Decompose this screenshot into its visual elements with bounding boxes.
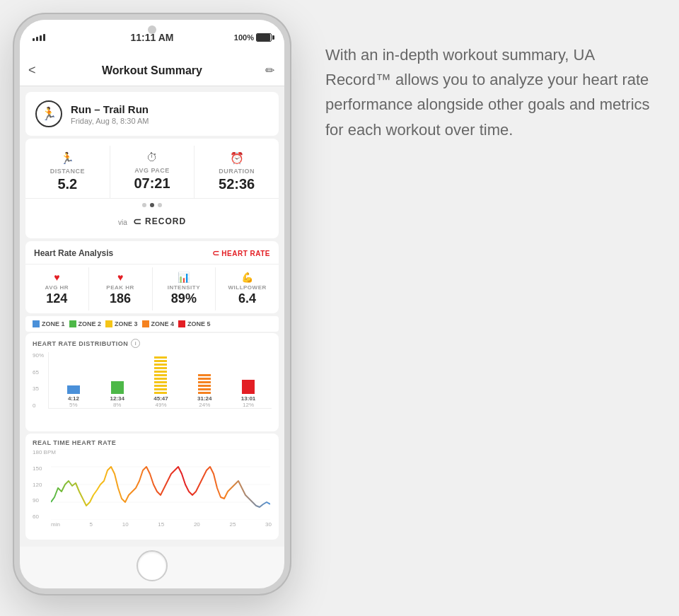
- bar-zone2-segment: [111, 381, 124, 394]
- rt-x-labels: min 5 10 15 20 25 30: [33, 521, 272, 528]
- bar-zone3-time: 45:47: [153, 395, 168, 402]
- zone-1-color: [33, 320, 40, 327]
- pace-label: AVG PACE: [113, 167, 192, 174]
- peak-hr-value: 186: [92, 291, 149, 306]
- bar-zone2-pct: 8%: [113, 402, 122, 408]
- zone-4-color: [142, 320, 149, 327]
- zone-3-label: ZONE 3: [115, 320, 138, 327]
- distance-value: 5.2: [28, 176, 107, 192]
- hr-logo-text: HEART RATE: [221, 250, 270, 257]
- y-label-65: 65: [33, 369, 44, 376]
- peak-hr-label: PEAK HR: [92, 284, 149, 291]
- rt-y-180: 180 BPM: [33, 449, 56, 455]
- stat-duration: ⏰ DURATION 52:36: [195, 146, 279, 198]
- willpower-icon: 💪: [219, 272, 276, 283]
- hr-willpower: 💪 WILLPOWER 6.4: [216, 267, 279, 310]
- bar-zone1-segment: [67, 385, 80, 394]
- rt-hr-title: REAL TIME HEART RATE: [33, 439, 272, 446]
- zone-2-label: ZONE 2: [79, 320, 102, 327]
- hr-avg: ♥ AVG HR 124: [25, 267, 89, 310]
- hr-peak: ♥ PEAK HR 186: [89, 267, 153, 310]
- rt-hr-svg: [51, 449, 270, 520]
- edit-button[interactable]: ✏: [265, 64, 274, 77]
- activity-card: 🏃 Run – Trail Run Friday, Aug 8, 8:30 AM: [25, 92, 279, 136]
- app-screen: < Workout Summary ✏ 🏃 Run – Trail Run Fr…: [20, 55, 284, 547]
- chart-y-labels: 90% 65 35 0: [33, 352, 44, 409]
- bar-zone1: 4:12 5%: [53, 385, 94, 408]
- duration-icon: ⏰: [197, 151, 276, 165]
- chart-bars: 4:12 5% 12:34 8%: [48, 352, 272, 409]
- activity-date: Friday, Aug 8, 8:30 AM: [71, 117, 149, 125]
- bar1: [33, 38, 35, 41]
- stat-pace: ⏱ AVG PACE 07:21: [110, 146, 195, 198]
- bar-zone4-time: 31:24: [197, 395, 211, 402]
- hr-dist-chart: 90% 65 35 0 4:12 5%: [33, 352, 272, 423]
- bar3: [40, 35, 42, 41]
- zone-3-item: ZONE 3: [105, 320, 138, 327]
- dot-3: [158, 203, 162, 207]
- peak-hr-icon: ♥: [92, 272, 149, 283]
- phone-shell: 11:11 AM 100% < Workout Summary ✏ 🏃: [14, 14, 290, 594]
- hr-logo: ⊂ HEART RATE: [212, 248, 270, 258]
- signal-indicator: [33, 34, 45, 41]
- zone-legend: ZONE 1 ZONE 2 ZONE 3 ZONE 4: [25, 316, 279, 332]
- info-icon[interactable]: i: [131, 339, 140, 348]
- dot-2: [150, 203, 154, 207]
- home-button[interactable]: [137, 550, 168, 581]
- page-dots: [25, 199, 279, 211]
- bar-zone3-segment: [154, 355, 167, 394]
- rt-x-25: 25: [230, 521, 236, 528]
- bar-zone5-pct: 12%: [243, 402, 254, 408]
- y-label-90: 90%: [33, 352, 44, 359]
- willpower-label: WILLPOWER: [219, 284, 276, 291]
- back-button[interactable]: <: [28, 63, 36, 78]
- zone-5-item: ZONE 5: [178, 320, 211, 327]
- ua-logo-text: RECORD: [145, 216, 186, 226]
- hr-logo-mark: ⊂: [212, 248, 220, 258]
- bar-zone5-segment: [242, 380, 255, 394]
- ua-record-logo: ⊂ RECORD: [133, 216, 186, 227]
- time-display: 11:11 AM: [131, 32, 174, 43]
- zone-5-label: ZONE 5: [187, 320, 211, 327]
- hr-dist-title: HEART RATE DISTRIBUTION i: [33, 339, 272, 348]
- signal-bars: [33, 34, 45, 41]
- scroll-content[interactable]: 🏃 Run – Trail Run Friday, Aug 8, 8:30 AM…: [20, 86, 284, 547]
- rt-x-15: 15: [158, 521, 164, 528]
- bar-zone1-pct: 5%: [69, 402, 78, 408]
- rt-y-90: 90: [33, 497, 56, 504]
- page-title: Workout Summary: [102, 64, 202, 77]
- stats-card: 🏃 DISTANCE 5.2 ⏱ AVG PACE 07:21 ⏰ DURATI…: [25, 139, 279, 238]
- activity-name: Run – Trail Run: [71, 103, 149, 115]
- battery-fill: [257, 34, 270, 41]
- bar-zone3: 45:47 49%: [141, 355, 182, 408]
- avg-hr-label: AVG HR: [28, 284, 86, 291]
- pace-icon: ⏱: [113, 151, 192, 164]
- battery-indicator: 100%: [234, 33, 272, 42]
- rt-y-150: 150: [33, 465, 56, 472]
- description-text: With an in-depth workout summary, UA Rec…: [290, 14, 679, 156]
- rt-y-120: 120: [33, 482, 56, 488]
- rt-x-30: 30: [265, 521, 272, 528]
- avg-hr-icon: ♥: [28, 272, 86, 283]
- dot-1: [142, 203, 146, 207]
- bar-zone3-pct: 49%: [155, 402, 166, 408]
- bar-zone2-time: 12:34: [110, 395, 124, 402]
- willpower-value: 6.4: [219, 291, 276, 306]
- rt-y-60: 60: [33, 513, 56, 520]
- via-label: via: [118, 219, 127, 226]
- ua-brand-row: via ⊂ RECORD: [25, 211, 279, 231]
- bar-zone5: 13:01 12%: [228, 380, 269, 408]
- bar-zone4: 31:24 24%: [184, 373, 225, 408]
- ua-logo-mark: ⊂: [133, 216, 142, 227]
- hr-intensity: 📊 INTENSITY 89%: [153, 267, 216, 310]
- pace-value: 07:21: [113, 175, 192, 192]
- rt-hr-section: REAL TIME HEART RATE 180 BPM 150 120 90 …: [25, 434, 279, 540]
- bar-zone1-time: 4:12: [68, 395, 79, 402]
- duration-value: 52:36: [197, 176, 276, 192]
- intensity-icon: 📊: [156, 272, 213, 283]
- hr-analysis-section: Heart Rate Analysis ⊂ HEART RATE ♥ AVG H…: [25, 241, 279, 313]
- hr-header: Heart Rate Analysis ⊂ HEART RATE: [25, 241, 279, 265]
- avg-hr-value: 124: [28, 291, 86, 306]
- stat-distance: 🏃 DISTANCE 5.2: [25, 146, 110, 198]
- rt-hr-chart: 180 BPM 150 120 90 60: [33, 449, 272, 534]
